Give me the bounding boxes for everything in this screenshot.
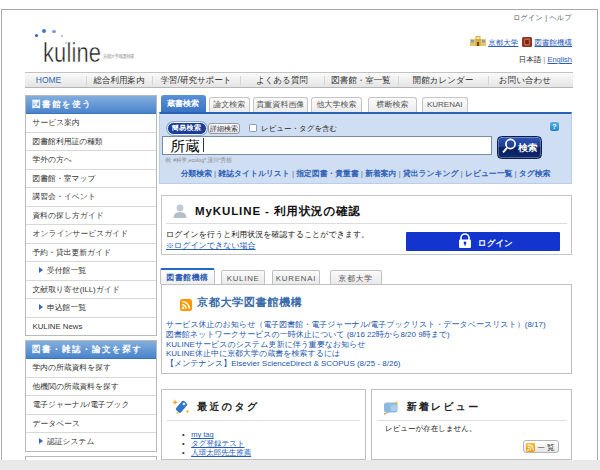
svg-text:ログイン: ログイン xyxy=(478,238,513,248)
svg-text:検索: 検索 xyxy=(518,141,539,152)
